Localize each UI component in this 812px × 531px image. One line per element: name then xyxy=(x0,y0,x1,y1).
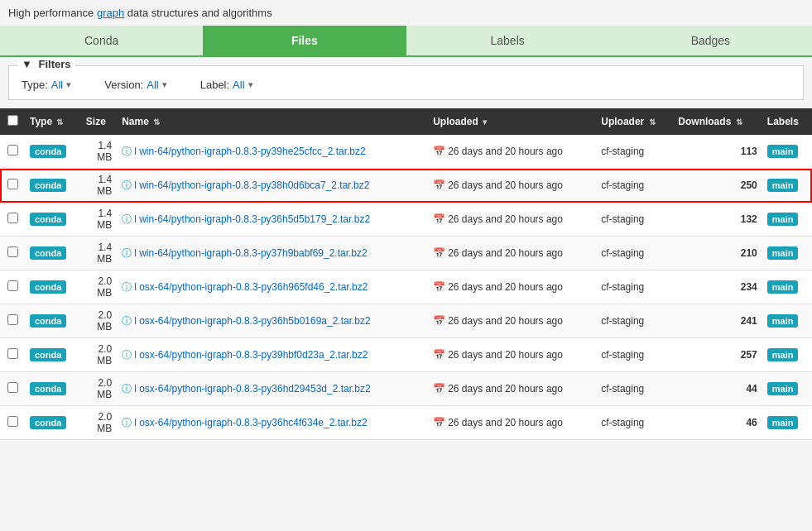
file-link[interactable]: l osx-64/python-igraph-0.8.3-py36h5b0169… xyxy=(134,315,371,327)
type-filter[interactable]: Type: All ▾ xyxy=(22,79,71,91)
tab-badges[interactable]: Badges xyxy=(609,26,812,55)
table-row: conda 1.4MB ⓘl win-64/python-igraph-0.8.… xyxy=(0,169,812,203)
row-checkbox[interactable] xyxy=(7,246,18,257)
row-size-cell: 1.4MB xyxy=(81,203,117,237)
calendar-icon: 📅 xyxy=(433,247,445,259)
row-label-cell: main xyxy=(762,203,812,237)
file-link[interactable]: l osx-64/python-igraph-0.8.3-py39hbf0d23… xyxy=(134,349,368,361)
row-checkbox[interactable] xyxy=(7,416,18,427)
row-name-cell: ⓘl win-64/python-igraph-0.8.3-py37h9babf… xyxy=(117,237,428,270)
row-uploader-cell: cf-staging xyxy=(596,135,673,169)
label-filter[interactable]: Label: All ▾ xyxy=(200,79,253,91)
tab-labels[interactable]: Labels xyxy=(406,26,609,55)
calendar-icon: 📅 xyxy=(433,146,445,157)
conda-badge: conda xyxy=(30,213,66,226)
info-icon[interactable]: ⓘ xyxy=(122,213,132,225)
info-icon[interactable]: ⓘ xyxy=(122,383,132,395)
table-row: conda 1.4MB ⓘl win-64/python-igraph-0.8.… xyxy=(0,237,812,270)
table-row: conda 2.0MB ⓘl osx-64/python-igraph-0.8.… xyxy=(0,304,812,338)
info-icon[interactable]: ⓘ xyxy=(122,349,132,361)
calendar-icon: 📅 xyxy=(433,179,445,191)
row-name-cell: ⓘl win-64/python-igraph-0.8.3-py36h5d5b1… xyxy=(117,203,428,237)
tab-conda[interactable]: Conda xyxy=(0,26,203,55)
info-icon[interactable]: ⓘ xyxy=(122,315,132,327)
conda-badge: conda xyxy=(30,145,66,158)
row-name-cell: ⓘl osx-64/python-igraph-0.8.3-py36hd2945… xyxy=(117,372,428,406)
file-link[interactable]: l osx-64/python-igraph-0.8.3-py36h965fd4… xyxy=(134,281,368,293)
table-row: conda 2.0MB ⓘl osx-64/python-igraph-0.8.… xyxy=(0,270,812,304)
main-badge: main xyxy=(767,314,799,328)
type-value[interactable]: All xyxy=(51,79,63,91)
row-checkbox-cell[interactable] xyxy=(0,406,25,440)
files-table: Type ⇅ Size Name ⇅ Uploaded ▾ Uploader ⇅… xyxy=(0,108,812,440)
file-link[interactable]: l osx-64/python-igraph-0.8.3-py36hc4f634… xyxy=(134,417,368,428)
row-uploaded-cell: 📅26 days and 20 hours ago xyxy=(428,338,596,372)
row-size-cell: 1.4MB xyxy=(81,169,117,203)
col-downloads[interactable]: Downloads ⇅ xyxy=(673,108,762,135)
uploaded-sort-icon: ▾ xyxy=(483,117,487,127)
conda-badge: conda xyxy=(30,314,66,328)
col-name[interactable]: Name ⇅ xyxy=(117,108,428,135)
main-badge: main xyxy=(767,280,799,294)
info-icon[interactable]: ⓘ xyxy=(122,247,132,259)
funnel-icon: ▼ xyxy=(22,58,32,70)
file-link[interactable]: l win-64/python-igraph-0.8.3-py39he25cfc… xyxy=(134,146,366,157)
conda-badge: conda xyxy=(30,416,66,429)
row-checkbox[interactable] xyxy=(7,145,18,155)
row-label-cell: main xyxy=(762,338,812,372)
main-badge: main xyxy=(767,179,799,192)
row-checkbox-cell[interactable] xyxy=(0,169,25,203)
top-banner: High performance graph data structures a… xyxy=(0,0,812,26)
row-checkbox[interactable] xyxy=(7,314,18,325)
row-checkbox-cell[interactable] xyxy=(0,372,25,406)
graph-link[interactable]: graph xyxy=(97,7,124,19)
file-link[interactable]: l win-64/python-igraph-0.8.3-py37h9babf6… xyxy=(134,247,368,259)
file-link[interactable]: l win-64/python-igraph-0.8.3-py36h5d5b17… xyxy=(134,213,370,225)
main-badge: main xyxy=(767,145,799,158)
row-checkbox-cell[interactable] xyxy=(0,135,25,169)
file-link[interactable]: l win-64/python-igraph-0.8.3-py38h0d6bca… xyxy=(134,179,369,191)
version-filter[interactable]: Version: All ▾ xyxy=(104,79,166,91)
row-checkbox[interactable] xyxy=(7,348,18,359)
row-uploaded-cell: 📅26 days and 20 hours ago xyxy=(428,406,596,440)
select-all-checkbox[interactable] xyxy=(7,115,18,126)
row-checkbox-cell[interactable] xyxy=(0,237,25,270)
row-uploader-cell: cf-staging xyxy=(596,304,673,338)
row-checkbox[interactable] xyxy=(7,382,18,393)
col-uploaded[interactable]: Uploaded ▾ xyxy=(428,108,596,135)
row-uploader-cell: cf-staging xyxy=(596,338,673,372)
row-checkbox-cell[interactable] xyxy=(0,304,25,338)
main-badge: main xyxy=(767,382,799,395)
row-uploaded-cell: 📅26 days and 20 hours ago xyxy=(428,270,596,304)
row-type-cell: conda xyxy=(25,304,81,338)
tab-files[interactable]: Files xyxy=(203,26,406,55)
col-uploader[interactable]: Uploader ⇅ xyxy=(596,108,673,135)
row-checkbox[interactable] xyxy=(7,179,18,189)
row-type-cell: conda xyxy=(25,135,81,169)
info-icon[interactable]: ⓘ xyxy=(122,417,132,428)
version-value[interactable]: All xyxy=(147,79,158,91)
label-chevron: ▾ xyxy=(248,79,253,90)
row-checkbox-cell[interactable] xyxy=(0,270,25,304)
description: High performance graph data structures a… xyxy=(0,0,812,26)
label-label: Label: xyxy=(200,79,229,91)
label-value[interactable]: All xyxy=(233,79,244,91)
file-link[interactable]: l osx-64/python-igraph-0.8.3-py36hd29453… xyxy=(134,383,371,395)
row-checkbox[interactable] xyxy=(7,213,18,223)
info-icon[interactable]: ⓘ xyxy=(122,281,132,293)
row-downloads-cell: 250 xyxy=(673,169,762,203)
row-downloads-cell: 257 xyxy=(673,338,762,372)
row-size-cell: 2.0MB xyxy=(81,304,117,338)
type-sort-icon: ⇅ xyxy=(56,117,63,127)
col-type[interactable]: Type ⇅ xyxy=(25,108,81,135)
table-row: conda 2.0MB ⓘl osx-64/python-igraph-0.8.… xyxy=(0,406,812,440)
col-checkbox[interactable] xyxy=(0,108,25,135)
info-icon[interactable]: ⓘ xyxy=(122,146,132,157)
info-icon[interactable]: ⓘ xyxy=(122,179,132,191)
main-badge: main xyxy=(767,416,799,429)
row-checkbox-cell[interactable] xyxy=(0,203,25,237)
row-size-cell: 1.4MB xyxy=(81,135,117,169)
row-checkbox-cell[interactable] xyxy=(0,338,25,372)
row-downloads-cell: 234 xyxy=(673,270,762,304)
row-checkbox[interactable] xyxy=(7,280,18,291)
